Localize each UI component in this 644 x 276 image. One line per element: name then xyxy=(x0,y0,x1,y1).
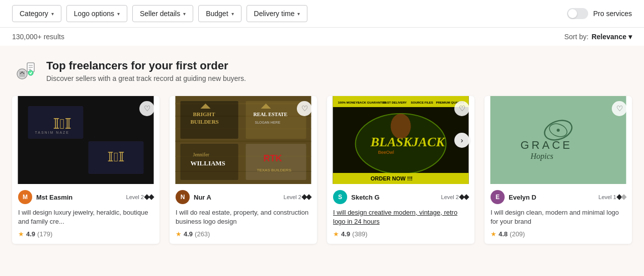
category-filter-btn[interactable]: Category ▾ xyxy=(12,5,61,22)
svg-text:RTK: RTK xyxy=(264,153,282,163)
card-1-level: Level 2 xyxy=(126,194,153,200)
svg-text:SOURCE FILES: SOURCE FILES xyxy=(411,101,433,104)
card-2-diamonds xyxy=(302,195,311,199)
card-4-rating-value: 4.8 xyxy=(499,230,508,238)
card-1-rating: ★ 4.9 (179) xyxy=(18,230,153,238)
card-3-star-icon: ★ xyxy=(333,230,339,238)
pro-services-container: Pro services xyxy=(567,8,632,19)
budget-label: Budget xyxy=(206,10,228,18)
sort-value-btn[interactable]: Relevance ▾ xyxy=(592,33,632,41)
card-1-seller-name: Mst Easmin xyxy=(36,194,72,201)
seller-details-filter-btn[interactable]: Seller details ▾ xyxy=(132,5,193,22)
svg-text:REAL ESTATE: REAL ESTATE xyxy=(254,112,288,117)
svg-text:ORDER NOW !!!: ORDER NOW !!! xyxy=(371,175,413,181)
card-4-review-count: (209) xyxy=(510,230,525,238)
card-2-review-count: (263) xyxy=(195,230,210,238)
sort-by-label: Sort by: xyxy=(564,33,588,41)
svg-point-6 xyxy=(28,70,33,75)
banner-subtitle: Discover sellers with a great track reco… xyxy=(46,74,246,82)
card-2-avatar: N xyxy=(176,190,190,204)
card-sketch-g[interactable]: 100% MONEYBACK GUARANTEE FAST DELIVERY S… xyxy=(327,96,474,244)
sort-chevron-icon: ▾ xyxy=(628,33,632,41)
card-4-description: I will design clean, modern and minimal … xyxy=(491,208,626,226)
logo-options-filter-btn[interactable]: Logo options ▾ xyxy=(66,5,127,22)
card-2-level: Level 2 xyxy=(284,194,311,200)
banner-icon xyxy=(12,58,38,84)
card-1-heart-btn[interactable]: ♡ xyxy=(139,101,154,116)
card-2-body: N Nur A Level 2 I will do real estate, p… xyxy=(170,184,317,244)
card-1-avatar: M xyxy=(18,190,32,204)
card-1-review-count: (179) xyxy=(37,230,52,238)
card-3-seller-name: Sketch G xyxy=(351,194,379,201)
card-2-seller-row: N Nur A Level 2 xyxy=(176,190,311,204)
sort-container: Sort by: Relevance ▾ xyxy=(564,33,632,41)
card-4-seller-row: E Evelyn D Level 1 xyxy=(491,190,626,204)
card-3-heart-btn[interactable]: ♡ xyxy=(454,101,469,116)
category-chevron-icon: ▾ xyxy=(51,11,54,17)
card-3-description-link[interactable]: I will design creative modern, vintage, … xyxy=(333,209,457,225)
card-3-image-wrap: 100% MONEYBACK GUARANTEE FAST DELIVERY S… xyxy=(327,96,474,184)
seller-details-label: Seller details xyxy=(140,10,180,18)
card-1-description: I will design luxury jewelry, heraldic, … xyxy=(18,208,153,226)
card-4-avatar: E xyxy=(491,190,505,204)
svg-text:𝕀𝕅𝕀: 𝕀𝕅𝕀 xyxy=(108,150,125,164)
toggle-thumb xyxy=(568,9,577,18)
svg-text:𝕀𝕅𝕀: 𝕀𝕅𝕀 xyxy=(53,116,71,132)
card-4-seller-name: Evelyn D xyxy=(509,194,536,201)
card-4-body: E Evelyn D Level 1 I will design clean, … xyxy=(485,184,632,244)
card-4-rating: ★ 4.8 (209) xyxy=(491,230,626,238)
svg-point-43 xyxy=(391,114,411,139)
card-1-star-icon: ★ xyxy=(18,230,24,238)
card-3-description[interactable]: I will design creative modern, vintage, … xyxy=(333,208,468,226)
card-3-rating-value: 4.9 xyxy=(341,230,350,238)
budget-filter-btn[interactable]: Budget ▾ xyxy=(198,5,241,22)
svg-text:BUILDERS: BUILDERS xyxy=(191,119,219,125)
card-3-seller-row: S Sketch G Level 2 xyxy=(333,190,468,204)
card-mst-easmin[interactable]: 𝕀𝕅𝕀 TASNIM NAZE 𝕀𝕅𝕀 ♡ M Mst Easmin xyxy=(12,96,159,244)
card-nur-a[interactable]: BRIGHT BUILDERS REAL ESTATE SLOGAN HERE … xyxy=(170,96,317,244)
card-3-next-btn[interactable]: › xyxy=(454,133,469,148)
card-1-image-wrap: 𝕀𝕅𝕀 TASNIM NAZE 𝕀𝕅𝕀 ♡ xyxy=(12,96,159,184)
delivery-time-label: Delivery time xyxy=(254,10,295,18)
card-2-heart-btn[interactable]: ♡ xyxy=(297,101,312,116)
card-2-description: I will do real estate, property, and con… xyxy=(176,208,311,226)
svg-text:100% MONEYBACK GUARANTEE: 100% MONEYBACK GUARANTEE xyxy=(338,101,386,104)
logo-options-chevron-icon: ▾ xyxy=(117,11,120,17)
svg-text:BLASKJACK: BLASKJACK xyxy=(370,135,446,149)
card-2-rating: ★ 4.9 (263) xyxy=(176,230,311,238)
card-4-level: Level 1 xyxy=(599,194,626,200)
svg-text:Jennifer: Jennifer xyxy=(193,152,210,157)
pro-services-label: Pro services xyxy=(593,10,632,18)
cards-grid: 𝕀𝕅𝕀 TASNIM NAZE 𝕀𝕅𝕀 ♡ M Mst Easmin xyxy=(12,96,632,244)
banner-text: Top freelancers for your first order Dis… xyxy=(46,59,246,82)
seller-details-chevron-icon: ▾ xyxy=(183,11,186,17)
delivery-time-filter-btn[interactable]: Delivery time ▾ xyxy=(247,5,308,22)
svg-text:FAST DELIVERY: FAST DELIVERY xyxy=(383,101,407,104)
card-2-image-wrap: BRIGHT BUILDERS REAL ESTATE SLOGAN HERE … xyxy=(170,96,317,184)
card-2-rating-value: 4.9 xyxy=(184,230,193,238)
pro-services-toggle[interactable] xyxy=(567,8,588,19)
card-1-rating-value: 4.9 xyxy=(26,230,35,238)
card-3-level: Level 2 xyxy=(441,194,468,200)
card-3-avatar: S xyxy=(333,190,347,204)
results-count: 130,000+ results xyxy=(12,33,64,41)
category-label: Category xyxy=(20,10,48,18)
card-4-star-icon: ★ xyxy=(491,230,497,238)
card-4-diamonds xyxy=(617,195,626,199)
card-evelyn-d[interactable]: GRACE Hopics ♡ E Evelyn D Level 1 xyxy=(485,96,632,244)
card-1-body: M Mst Easmin Level 2 I will design luxur… xyxy=(12,184,159,244)
card-4-image-wrap: GRACE Hopics ♡ xyxy=(485,96,632,184)
banner-title: Top freelancers for your first order xyxy=(46,59,246,72)
svg-text:SLOGAN HERE: SLOGAN HERE xyxy=(255,121,281,124)
logo-options-label: Logo options xyxy=(74,10,114,18)
card-3-diamonds xyxy=(460,195,468,199)
card-3-body: S Sketch G Level 2 I will design creativ… xyxy=(327,184,474,244)
svg-point-49 xyxy=(557,129,560,132)
svg-text:TEXAS BUILDERS: TEXAS BUILDERS xyxy=(257,168,291,172)
card-2-star-icon: ★ xyxy=(176,230,182,238)
budget-chevron-icon: ▾ xyxy=(231,11,234,17)
card-4-heart-btn[interactable]: ♡ xyxy=(612,101,627,116)
svg-text:WILLIAMS: WILLIAMS xyxy=(191,159,225,167)
filter-bar: Category ▾ Logo options ▾ Seller details… xyxy=(0,0,644,28)
svg-text:TASNIM NAZE: TASNIM NAZE xyxy=(35,131,70,134)
